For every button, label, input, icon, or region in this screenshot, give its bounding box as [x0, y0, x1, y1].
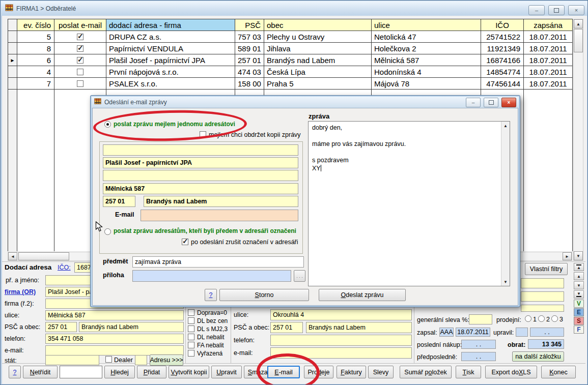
message-scroll-down-button[interactable]: ▼ — [501, 278, 510, 286]
slevy-button[interactable]: Slevy — [368, 366, 394, 378]
dialog-email-field[interactable] — [141, 210, 298, 221]
send-marked-label[interactable]: poslat zprávu adresátům, kteří byli před… — [114, 227, 296, 234]
email-field[interactable] — [45, 345, 184, 356]
flag-dl-nebalit-checkbox[interactable] — [188, 334, 194, 340]
maximize-button[interactable] — [548, 5, 565, 15]
scroll-down-button[interactable]: ▼ — [574, 251, 583, 260]
flag-dl-bez-cen-checkbox[interactable] — [188, 317, 194, 324]
scroll-right-button[interactable]: ► — [563, 252, 572, 260]
flag-vyrazena-checkbox[interactable] — [188, 350, 194, 357]
table-row[interactable]: 8 Papírnictví VENDULA 589 01 Jihlava Hol… — [8, 43, 573, 54]
scroll-up-button[interactable]: ▲ — [574, 19, 583, 28]
recipient-street-field[interactable]: Mělnická 587 — [103, 183, 298, 194]
firma-or-link[interactable]: firma (OR) — [5, 288, 36, 295]
subject-field[interactable]: zajímavá zpráva — [132, 256, 304, 268]
flag-doprava-checkbox[interactable] — [188, 309, 194, 316]
price-level-2-radio[interactable] — [538, 315, 545, 322]
dialog-maximize-button[interactable] — [484, 98, 498, 107]
browse-button[interactable]: . . . — [294, 270, 305, 282]
dealer-code-field[interactable] — [135, 355, 147, 365]
vertical-scrollbar[interactable]: ▲ ▼ — [573, 19, 583, 261]
help-button[interactable]: ? — [9, 366, 21, 378]
message-textarea[interactable]: dobrý den, máme pro vás zajímavou zprávu… — [308, 121, 510, 286]
inv-zip-field[interactable]: 257 01 — [270, 322, 303, 333]
go-first-button[interactable]: ▲ — [574, 263, 584, 271]
tisk-button[interactable]: Tisk — [456, 366, 481, 378]
send-marked-radio[interactable] — [104, 228, 111, 235]
col-header-poslat-email[interactable]: poslat e-mail — [54, 19, 106, 31]
storno-button[interactable]: Storno — [219, 289, 309, 301]
send-email-checkbox[interactable] — [77, 45, 83, 52]
city-field[interactable]: Brandýs nad Labem — [79, 322, 184, 332]
message-scroll-up-button[interactable]: ▲ — [501, 122, 510, 130]
close-button[interactable]: × — [568, 5, 584, 15]
minimize-button[interactable]: – — [528, 5, 545, 15]
table-row[interactable]: 5 DRUPA CZ a.s. 757 03 Plechy u Ostravy … — [8, 31, 573, 43]
recipient-name-field[interactable] — [103, 144, 298, 156]
col-header-firma[interactable]: dodací adresa - firma — [106, 19, 235, 31]
faktury-button[interactable]: Faktury — [337, 366, 366, 378]
dialog-close-button[interactable]: × — [501, 98, 516, 107]
flag-fa-nebalit-checkbox[interactable] — [188, 342, 194, 348]
letter-e-button[interactable]: E — [574, 308, 584, 316]
upravit-button[interactable]: Upravit — [211, 366, 242, 378]
phone-field[interactable]: 354 471 058 — [45, 334, 184, 344]
dialog-minimize-button[interactable]: – — [466, 98, 481, 107]
custom-filters-button[interactable]: Vlastní filtry — [525, 263, 568, 275]
col-header-zapsana[interactable]: zapsána — [524, 19, 573, 31]
discount-field[interactable] — [469, 314, 492, 324]
recipient-zip-field[interactable]: 257 01 — [103, 196, 135, 207]
go-next-button[interactable]: ▼ — [574, 281, 584, 289]
export-xls-button[interactable]: Export do XLS — [485, 366, 537, 378]
table-row[interactable]: 4 První nápojová s.r.o. 474 03 Česká Líp… — [8, 66, 573, 78]
konec-button[interactable]: Konec — [541, 366, 576, 378]
vytvorit-kopii-button[interactable]: Vytvořit kopii — [169, 366, 209, 378]
ico-link[interactable]: IČO: — [58, 264, 71, 271]
message-scrollbar[interactable]: ▲ ▼ — [501, 122, 510, 286]
table-row-current[interactable]: ► 6 Plašil Josef - papírnictví JPA 257 0… — [8, 54, 573, 66]
netridit-button[interactable]: Netřídit — [23, 366, 58, 378]
street-field[interactable]: Mělnická 587 — [45, 310, 184, 320]
letter-s-button[interactable]: S — [574, 317, 584, 325]
adresu-button[interactable]: Adresu >>> — [150, 354, 183, 366]
state-field[interactable] — [45, 355, 99, 365]
recipient-extra-field[interactable] — [103, 170, 298, 181]
recipient-firm-field[interactable]: Plašil Josef - papírnictví JPA — [103, 157, 298, 168]
horizontal-scroll-thumb[interactable] — [18, 252, 69, 260]
toolbar-search-input[interactable] — [60, 366, 102, 378]
recipient-city-field[interactable]: Brandýs nad Labem — [144, 196, 298, 207]
send-email-checkbox[interactable] — [77, 57, 83, 64]
go-last-button[interactable]: ▼ — [574, 290, 584, 299]
table-row[interactable]: 7 PSALEX s.r.o. 158 00 Praha 5 Májová 78… — [8, 78, 573, 90]
col-header-ico[interactable]: IČO — [481, 19, 524, 31]
inv-city-field[interactable]: Brandýs nad Labem — [306, 322, 412, 333]
zip-field[interactable]: 257 01 — [45, 322, 77, 332]
hledej-button[interactable]: Hledej — [104, 366, 135, 378]
flag-dl-mj-checkbox[interactable] — [188, 325, 194, 332]
send-email-checkbox[interactable] — [77, 69, 83, 75]
col-header-obec[interactable]: obec — [264, 19, 372, 31]
send-email-checkbox[interactable] — [77, 34, 83, 40]
next-tab-button[interactable]: na další záložku — [512, 351, 564, 362]
letter-v-button[interactable]: V — [574, 300, 584, 308]
send-email-checkbox[interactable] — [77, 80, 83, 87]
col-header-psc[interactable]: PSČ — [235, 19, 264, 31]
attachment-field[interactable] — [132, 270, 291, 282]
col-header-ev-cislo[interactable]: ev. číslo — [17, 19, 54, 31]
dialog-help-button[interactable]: ? — [205, 289, 217, 301]
scroll-left-button[interactable]: ◄ — [8, 252, 17, 260]
inv-phone-field[interactable] — [270, 335, 412, 346]
upravil-label: upravil: — [493, 329, 514, 336]
price-level-3-radio[interactable] — [551, 315, 558, 322]
go-prev-button[interactable]: ▲ — [574, 272, 584, 280]
inv-street-field[interactable]: Okrouhlá 4 — [270, 309, 412, 320]
pridat-button[interactable]: Přidat — [137, 366, 166, 378]
unmark-checkbox[interactable] — [182, 239, 188, 245]
sumar-polozek-button[interactable]: Sumář položek — [400, 366, 452, 378]
send-message-button[interactable]: Odeslat zprávu — [319, 289, 406, 301]
col-header-ulice[interactable]: ulice — [372, 19, 481, 31]
price-level-1-radio[interactable] — [525, 315, 531, 322]
vertical-scroll-thumb[interactable] — [574, 29, 583, 52]
dealer-checkbox[interactable] — [105, 356, 112, 363]
letter-f-button[interactable]: F — [574, 325, 584, 334]
